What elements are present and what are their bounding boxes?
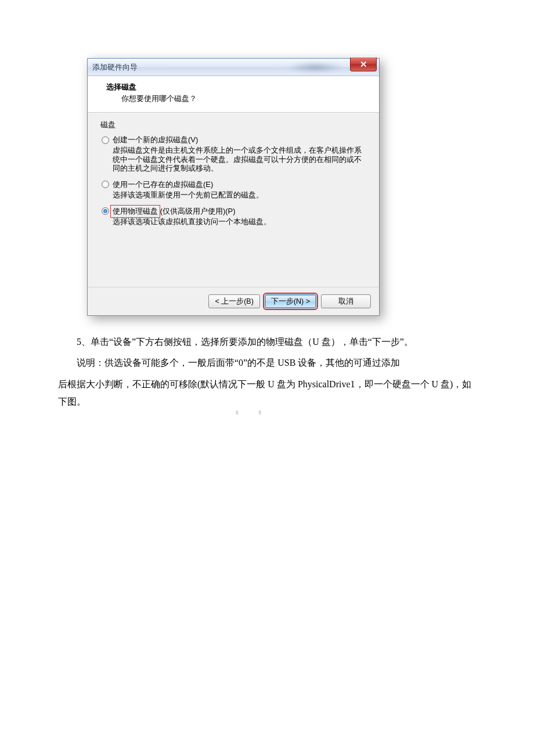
wizard-content: 磁盘 创建一个新的虚拟磁盘(V) 虚拟磁盘文件是由主机文件系统上的一个或多个文件… bbox=[88, 113, 379, 287]
next-button[interactable]: 下一步(N) > bbox=[265, 294, 316, 308]
cancel-button[interactable]: 取消 bbox=[321, 294, 371, 308]
wizard-header: 选择磁盘 你想要使用哪个磁盘？ bbox=[88, 76, 379, 113]
paragraph: 说明：供选设备可能多个，一般后面带“0”的不是 USB 设备，其他的可通过添加 bbox=[58, 354, 476, 372]
wizard-step-title: 选择磁盘 bbox=[106, 82, 370, 92]
radio-icon bbox=[102, 181, 109, 188]
paragraph: 后根据大小判断，不正确的可移除(默认情况下一般 U 盘为 PhysicalDri… bbox=[58, 376, 476, 411]
close-button[interactable]: ✕ bbox=[350, 57, 377, 71]
option-label-prefix: 使用物理磁盘 bbox=[113, 207, 158, 215]
option-label-suffix: (仅供高级用户使用)(P) bbox=[160, 207, 236, 215]
back-button[interactable]: < 上一步(B) bbox=[208, 294, 259, 308]
radio-icon bbox=[102, 207, 109, 215]
option-create-new-disk[interactable]: 创建一个新的虚拟磁盘(V) bbox=[100, 135, 366, 145]
paragraph: 5、单击“设备”下方右侧按钮，选择所要添加的物理磁盘（U 盘），单击“下一步”。 bbox=[58, 333, 476, 351]
option-help-text: 选择该选项重新使用一个先前已配置的磁盘。 bbox=[113, 191, 366, 200]
option-use-physical-disk[interactable]: 使用物理磁盘 (仅供高级用户使用)(P) bbox=[100, 206, 366, 217]
option-label: 使用一个已存在的虚拟磁盘(E) bbox=[113, 179, 213, 190]
highlight-box: 使用物理磁盘 bbox=[110, 205, 160, 218]
titlebar: 添加硬件向导 ✕ bbox=[88, 59, 379, 76]
window-title: 添加硬件向导 bbox=[88, 62, 138, 73]
radio-icon bbox=[102, 136, 109, 144]
document-body-text: 5、单击“设备”下方右侧按钮，选择所要添加的物理磁盘（U 盘），单击“下一步”。… bbox=[58, 333, 476, 411]
option-help-text: 选择该选项让该虚拟机直接访问一个本地磁盘。 bbox=[113, 218, 366, 227]
option-label: 创建一个新的虚拟磁盘(V) bbox=[113, 135, 198, 145]
option-help-text: 虚拟磁盘文件是由主机文件系统上的一个或多个文件组成，在客户机操作系统中一个磁盘文… bbox=[113, 146, 366, 174]
titlebar-blur bbox=[286, 62, 344, 73]
disk-group-label: 磁盘 bbox=[100, 120, 366, 130]
wizard-footer: < 上一步(B) 下一步(N) > 取消 bbox=[88, 287, 379, 315]
option-label: 使用物理磁盘 (仅供高级用户使用)(P) bbox=[113, 206, 236, 217]
option-use-existing-disk[interactable]: 使用一个已存在的虚拟磁盘(E) bbox=[100, 179, 366, 190]
close-icon: ✕ bbox=[360, 59, 367, 70]
add-hardware-wizard-dialog: 添加硬件向导 ✕ 选择磁盘 你想要使用哪个磁盘？ 磁盘 创建一个新的虚拟磁盘(V… bbox=[87, 58, 380, 316]
wizard-step-subtitle: 你想要使用哪个磁盘？ bbox=[106, 93, 370, 104]
